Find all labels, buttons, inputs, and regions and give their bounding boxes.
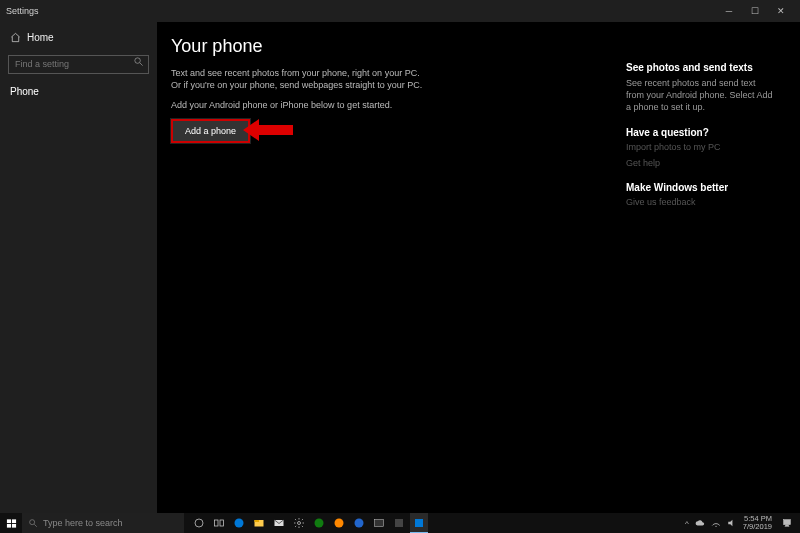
tray-network-icon[interactable]	[711, 518, 721, 528]
home-label: Home	[27, 32, 54, 43]
home-icon	[10, 32, 21, 43]
window-titlebar: Settings ─ ☐ ✕	[0, 0, 800, 22]
svg-rect-11	[220, 520, 224, 526]
minimize-button[interactable]: ─	[716, 6, 742, 16]
taskbar: Type here to search ^ 5:54 PM 7/9/2019	[0, 513, 800, 533]
sidebar-item-phone[interactable]: Phone	[0, 80, 157, 103]
svg-point-18	[335, 519, 344, 528]
svg-point-16	[298, 522, 301, 525]
taskbar-search[interactable]: Type here to search	[22, 513, 184, 533]
home-nav[interactable]: Home	[0, 28, 157, 47]
action-center-icon[interactable]	[778, 518, 796, 528]
taskbar-search-placeholder: Type here to search	[43, 518, 123, 528]
edge-icon[interactable]	[230, 513, 248, 533]
settings-task-icon[interactable]	[290, 513, 308, 533]
svg-line-8	[34, 524, 37, 527]
search-icon	[133, 56, 144, 67]
tray-volume-icon[interactable]	[727, 518, 737, 528]
terminal-icon[interactable]	[370, 513, 388, 533]
svg-point-17	[315, 519, 324, 528]
svg-rect-21	[395, 519, 403, 527]
browser1-icon[interactable]	[330, 513, 348, 533]
search-icon	[28, 518, 38, 528]
close-button[interactable]: ✕	[768, 6, 794, 16]
explorer-icon[interactable]	[250, 513, 268, 533]
svg-marker-24	[728, 520, 732, 527]
svg-rect-4	[11, 519, 15, 523]
mail-icon[interactable]	[270, 513, 288, 533]
link-get-help[interactable]: Get help	[626, 158, 776, 168]
right-section3-title: Make Windows better	[626, 182, 776, 193]
right-section1-body: See recent photos and send text from you…	[626, 77, 776, 113]
taskbar-clock[interactable]: 5:54 PM 7/9/2019	[743, 515, 772, 531]
start-button[interactable]	[0, 518, 22, 529]
svg-line-1	[140, 63, 143, 66]
page-desc-1: Text and see recent photos from your pho…	[171, 67, 431, 91]
maximize-button[interactable]: ☐	[742, 6, 768, 16]
page-title: Your phone	[171, 36, 626, 57]
tray-chevron-icon[interactable]: ^	[685, 519, 689, 528]
svg-point-9	[195, 519, 203, 527]
right-section1-title: See photos and send texts	[626, 62, 776, 73]
svg-rect-3	[6, 519, 10, 523]
link-import-photos[interactable]: Import photos to my PC	[626, 142, 776, 152]
svg-marker-2	[243, 119, 293, 141]
browser2-icon[interactable]	[350, 513, 368, 533]
right-section2-title: Have a question?	[626, 127, 776, 138]
svg-rect-6	[11, 523, 15, 527]
svg-rect-14	[255, 520, 260, 522]
window-title: Settings	[6, 6, 39, 16]
svg-point-12	[235, 519, 244, 528]
svg-rect-10	[215, 520, 219, 526]
clock-date: 7/9/2019	[743, 523, 772, 531]
tray-cloud-icon[interactable]	[695, 518, 705, 528]
main-content: Your phone Text and see recent photos fr…	[171, 36, 626, 513]
svg-point-7	[30, 520, 35, 525]
svg-rect-25	[784, 520, 791, 525]
find-setting-input[interactable]	[8, 55, 149, 74]
app-icon[interactable]	[390, 513, 408, 533]
task-view-icon[interactable]	[210, 513, 228, 533]
cortana-icon[interactable]	[190, 513, 208, 533]
svg-rect-20	[375, 520, 384, 527]
right-pane: See photos and send texts See recent pho…	[626, 36, 776, 513]
svg-point-0	[135, 58, 141, 64]
windows-icon	[6, 518, 17, 529]
svg-point-23	[715, 526, 716, 527]
xbox-icon[interactable]	[310, 513, 328, 533]
svg-rect-5	[6, 523, 10, 527]
svg-rect-22	[415, 519, 423, 527]
settings-running-icon[interactable]	[410, 513, 428, 533]
settings-sidebar: Home Phone	[0, 22, 157, 513]
highlight-arrow-icon	[243, 119, 293, 141]
add-phone-button[interactable]: Add a phone	[171, 119, 250, 143]
page-desc-2: Add your Android phone or iPhone below t…	[171, 99, 431, 111]
link-feedback[interactable]: Give us feedback	[626, 197, 776, 207]
svg-point-19	[355, 519, 364, 528]
